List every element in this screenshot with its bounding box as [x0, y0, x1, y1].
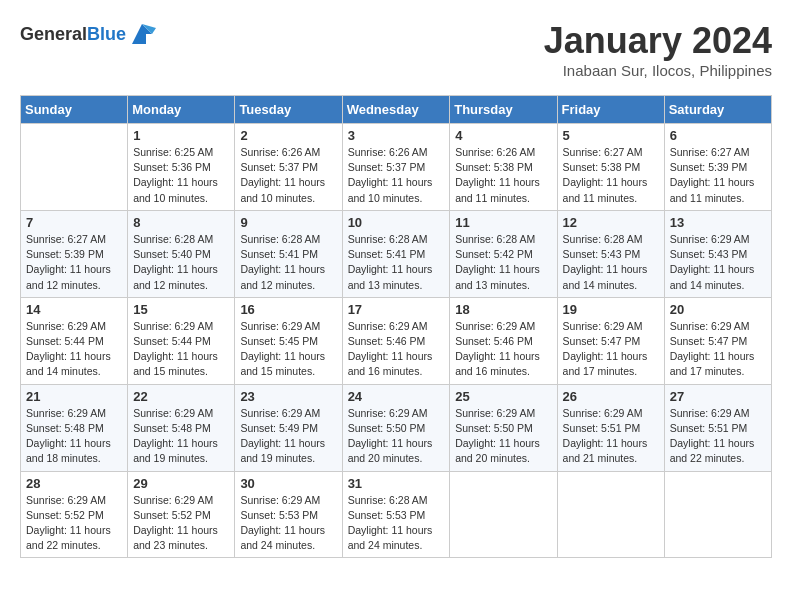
calendar-day-cell: 8Sunrise: 6:28 AMSunset: 5:40 PMDaylight…	[128, 210, 235, 297]
day-number: 17	[348, 302, 445, 317]
calendar-day-cell: 1Sunrise: 6:25 AMSunset: 5:36 PMDaylight…	[128, 124, 235, 211]
calendar-day-cell: 23Sunrise: 6:29 AMSunset: 5:49 PMDayligh…	[235, 384, 342, 471]
day-number: 10	[348, 215, 445, 230]
day-info: Sunrise: 6:28 AMSunset: 5:40 PMDaylight:…	[133, 232, 229, 293]
day-info: Sunrise: 6:29 AMSunset: 5:44 PMDaylight:…	[26, 319, 122, 380]
day-number: 24	[348, 389, 445, 404]
day-number: 28	[26, 476, 122, 491]
day-info: Sunrise: 6:29 AMSunset: 5:53 PMDaylight:…	[240, 493, 336, 554]
calendar-day-cell: 21Sunrise: 6:29 AMSunset: 5:48 PMDayligh…	[21, 384, 128, 471]
day-number: 25	[455, 389, 551, 404]
day-number: 5	[563, 128, 659, 143]
day-info: Sunrise: 6:29 AMSunset: 5:50 PMDaylight:…	[455, 406, 551, 467]
calendar-day-cell: 9Sunrise: 6:28 AMSunset: 5:41 PMDaylight…	[235, 210, 342, 297]
col-friday: Friday	[557, 96, 664, 124]
calendar-day-cell: 18Sunrise: 6:29 AMSunset: 5:46 PMDayligh…	[450, 297, 557, 384]
day-info: Sunrise: 6:29 AMSunset: 5:43 PMDaylight:…	[670, 232, 766, 293]
day-number: 15	[133, 302, 229, 317]
day-number: 1	[133, 128, 229, 143]
calendar-day-cell: 22Sunrise: 6:29 AMSunset: 5:48 PMDayligh…	[128, 384, 235, 471]
calendar-header-row: Sunday Monday Tuesday Wednesday Thursday…	[21, 96, 772, 124]
calendar-day-cell: 6Sunrise: 6:27 AMSunset: 5:39 PMDaylight…	[664, 124, 771, 211]
day-number: 12	[563, 215, 659, 230]
calendar-day-cell: 7Sunrise: 6:27 AMSunset: 5:39 PMDaylight…	[21, 210, 128, 297]
day-number: 3	[348, 128, 445, 143]
calendar-day-cell: 4Sunrise: 6:26 AMSunset: 5:38 PMDaylight…	[450, 124, 557, 211]
calendar-day-cell: 26Sunrise: 6:29 AMSunset: 5:51 PMDayligh…	[557, 384, 664, 471]
calendar-table: Sunday Monday Tuesday Wednesday Thursday…	[20, 95, 772, 558]
day-info: Sunrise: 6:28 AMSunset: 5:53 PMDaylight:…	[348, 493, 445, 554]
calendar-day-cell: 12Sunrise: 6:28 AMSunset: 5:43 PMDayligh…	[557, 210, 664, 297]
day-info: Sunrise: 6:25 AMSunset: 5:36 PMDaylight:…	[133, 145, 229, 206]
day-info: Sunrise: 6:26 AMSunset: 5:38 PMDaylight:…	[455, 145, 551, 206]
day-info: Sunrise: 6:29 AMSunset: 5:52 PMDaylight:…	[133, 493, 229, 554]
day-number: 19	[563, 302, 659, 317]
day-info: Sunrise: 6:29 AMSunset: 5:49 PMDaylight:…	[240, 406, 336, 467]
day-number: 14	[26, 302, 122, 317]
calendar-title: January 2024	[544, 20, 772, 62]
col-saturday: Saturday	[664, 96, 771, 124]
day-info: Sunrise: 6:27 AMSunset: 5:39 PMDaylight:…	[670, 145, 766, 206]
col-monday: Monday	[128, 96, 235, 124]
col-tuesday: Tuesday	[235, 96, 342, 124]
col-thursday: Thursday	[450, 96, 557, 124]
calendar-day-cell: 28Sunrise: 6:29 AMSunset: 5:52 PMDayligh…	[21, 471, 128, 558]
day-info: Sunrise: 6:28 AMSunset: 5:42 PMDaylight:…	[455, 232, 551, 293]
day-info: Sunrise: 6:29 AMSunset: 5:51 PMDaylight:…	[563, 406, 659, 467]
calendar-week-row: 1Sunrise: 6:25 AMSunset: 5:36 PMDaylight…	[21, 124, 772, 211]
calendar-day-cell: 16Sunrise: 6:29 AMSunset: 5:45 PMDayligh…	[235, 297, 342, 384]
calendar-day-cell	[21, 124, 128, 211]
col-sunday: Sunday	[21, 96, 128, 124]
calendar-day-cell: 20Sunrise: 6:29 AMSunset: 5:47 PMDayligh…	[664, 297, 771, 384]
day-info: Sunrise: 6:26 AMSunset: 5:37 PMDaylight:…	[348, 145, 445, 206]
day-number: 21	[26, 389, 122, 404]
calendar-day-cell	[450, 471, 557, 558]
page-header: GeneralBlue January 2024 Inabaan Sur, Il…	[20, 20, 772, 79]
day-info: Sunrise: 6:28 AMSunset: 5:41 PMDaylight:…	[348, 232, 445, 293]
day-number: 6	[670, 128, 766, 143]
day-info: Sunrise: 6:29 AMSunset: 5:52 PMDaylight:…	[26, 493, 122, 554]
day-number: 11	[455, 215, 551, 230]
day-info: Sunrise: 6:28 AMSunset: 5:43 PMDaylight:…	[563, 232, 659, 293]
day-number: 29	[133, 476, 229, 491]
calendar-day-cell: 3Sunrise: 6:26 AMSunset: 5:37 PMDaylight…	[342, 124, 450, 211]
calendar-week-row: 14Sunrise: 6:29 AMSunset: 5:44 PMDayligh…	[21, 297, 772, 384]
day-info: Sunrise: 6:28 AMSunset: 5:41 PMDaylight:…	[240, 232, 336, 293]
calendar-day-cell	[664, 471, 771, 558]
day-number: 4	[455, 128, 551, 143]
calendar-day-cell: 31Sunrise: 6:28 AMSunset: 5:53 PMDayligh…	[342, 471, 450, 558]
calendar-day-cell: 19Sunrise: 6:29 AMSunset: 5:47 PMDayligh…	[557, 297, 664, 384]
day-number: 16	[240, 302, 336, 317]
calendar-week-row: 7Sunrise: 6:27 AMSunset: 5:39 PMDaylight…	[21, 210, 772, 297]
calendar-day-cell: 13Sunrise: 6:29 AMSunset: 5:43 PMDayligh…	[664, 210, 771, 297]
day-number: 22	[133, 389, 229, 404]
calendar-day-cell: 10Sunrise: 6:28 AMSunset: 5:41 PMDayligh…	[342, 210, 450, 297]
calendar-week-row: 21Sunrise: 6:29 AMSunset: 5:48 PMDayligh…	[21, 384, 772, 471]
calendar-day-cell	[557, 471, 664, 558]
calendar-subtitle: Inabaan Sur, Ilocos, Philippines	[544, 62, 772, 79]
day-number: 20	[670, 302, 766, 317]
day-number: 13	[670, 215, 766, 230]
calendar-day-cell: 5Sunrise: 6:27 AMSunset: 5:38 PMDaylight…	[557, 124, 664, 211]
calendar-day-cell: 30Sunrise: 6:29 AMSunset: 5:53 PMDayligh…	[235, 471, 342, 558]
logo: GeneralBlue	[20, 20, 156, 48]
calendar-day-cell: 27Sunrise: 6:29 AMSunset: 5:51 PMDayligh…	[664, 384, 771, 471]
day-info: Sunrise: 6:29 AMSunset: 5:47 PMDaylight:…	[670, 319, 766, 380]
day-info: Sunrise: 6:29 AMSunset: 5:45 PMDaylight:…	[240, 319, 336, 380]
day-number: 26	[563, 389, 659, 404]
day-number: 23	[240, 389, 336, 404]
calendar-day-cell: 14Sunrise: 6:29 AMSunset: 5:44 PMDayligh…	[21, 297, 128, 384]
day-info: Sunrise: 6:26 AMSunset: 5:37 PMDaylight:…	[240, 145, 336, 206]
calendar-day-cell: 25Sunrise: 6:29 AMSunset: 5:50 PMDayligh…	[450, 384, 557, 471]
day-number: 31	[348, 476, 445, 491]
day-info: Sunrise: 6:29 AMSunset: 5:50 PMDaylight:…	[348, 406, 445, 467]
calendar-day-cell: 24Sunrise: 6:29 AMSunset: 5:50 PMDayligh…	[342, 384, 450, 471]
day-number: 8	[133, 215, 229, 230]
day-info: Sunrise: 6:29 AMSunset: 5:44 PMDaylight:…	[133, 319, 229, 380]
day-info: Sunrise: 6:29 AMSunset: 5:47 PMDaylight:…	[563, 319, 659, 380]
calendar-title-area: January 2024 Inabaan Sur, Ilocos, Philip…	[544, 20, 772, 79]
day-number: 7	[26, 215, 122, 230]
day-number: 27	[670, 389, 766, 404]
day-number: 9	[240, 215, 336, 230]
calendar-day-cell: 15Sunrise: 6:29 AMSunset: 5:44 PMDayligh…	[128, 297, 235, 384]
